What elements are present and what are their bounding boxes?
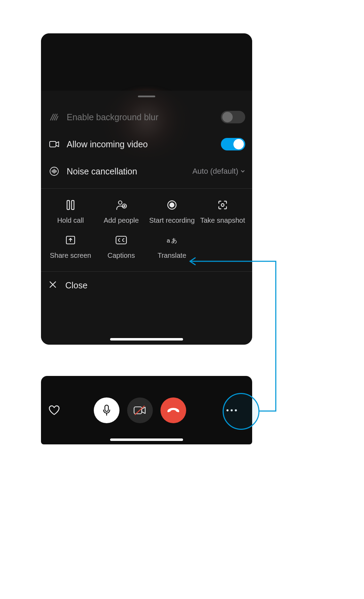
toggle-thumb [233,139,244,149]
blur-toggle[interactable] [221,111,245,123]
person-add-icon [115,199,127,211]
action-label: Translate [158,252,187,260]
action-label: Add people [104,216,139,224]
noise-icon [48,166,60,176]
mic-icon [102,404,111,416]
option-noise-cancellation[interactable]: Noise cancellation Auto (default) [41,158,252,185]
action-hold-call[interactable]: Hold call [45,199,96,224]
home-indicator[interactable] [110,338,183,340]
pause-icon [65,199,76,211]
action-label: Hold call [57,216,84,224]
video-toggle[interactable] [221,138,245,150]
snapshot-icon [217,199,229,211]
action-label: Share screen [50,252,91,260]
action-label: Captions [108,252,135,260]
option-label: Noise cancellation [67,166,192,177]
svg-rect-10 [116,236,126,244]
action-take-snapshot[interactable]: Take snapshot [197,199,248,224]
call-bar-screenshot [41,376,252,444]
action-add-people[interactable]: Add people [96,199,147,224]
action-label: Take snapshot [200,216,245,224]
close-button[interactable]: Close [41,272,252,299]
dropdown-value-text: Auto (default) [192,167,238,176]
option-label: Enable background blur [67,112,221,122]
action-grid: Hold call Add people [41,189,252,268]
hangup-icon [166,407,180,413]
call-controls [61,397,219,423]
svg-rect-0 [50,141,56,147]
camera-button[interactable] [127,397,153,423]
home-indicator[interactable] [110,438,183,441]
svg-point-8 [221,204,224,206]
option-background-blur: Enable background blur [41,104,252,131]
close-label: Close [65,280,88,290]
svg-rect-14 [134,407,142,414]
action-captions[interactable]: Captions [96,234,147,260]
svg-rect-3 [72,200,74,210]
action-sheet: Enable background blur Allow incoming vi… [41,91,252,345]
heart-icon [48,405,60,416]
option-incoming-video[interactable]: Allow incoming video [41,131,252,158]
video-icon [48,140,60,148]
captions-icon [115,234,127,246]
action-translate[interactable]: a あ Translate [147,234,197,260]
action-label: Start recording [149,216,195,224]
action-start-recording[interactable]: Start recording [147,199,197,224]
blur-icon [48,113,60,122]
video-off-icon [133,405,147,416]
action-share-screen[interactable]: Share screen [45,234,96,260]
svg-text:あ: あ [171,237,177,244]
noise-dropdown[interactable]: Auto (default) [192,167,245,176]
option-label: Allow incoming video [67,139,221,149]
share-screen-icon [65,234,76,246]
sheet-drag-handle[interactable] [138,96,155,97]
svg-text:a: a [167,237,170,244]
translate-icon: a あ [166,234,178,246]
video-area [41,33,252,91]
chevron-down-icon [240,169,245,174]
record-icon [166,199,178,211]
callout-highlight-circle [223,393,259,430]
hangup-button[interactable] [160,397,186,423]
toggle-thumb [222,112,233,122]
svg-point-4 [118,201,122,204]
svg-rect-13 [105,405,108,411]
svg-rect-2 [67,200,69,210]
mic-button[interactable] [94,397,119,423]
call-settings-screenshot: Enable background blur Allow incoming vi… [41,33,252,345]
close-icon [49,280,57,290]
svg-point-7 [170,203,174,207]
react-button[interactable] [47,405,61,416]
